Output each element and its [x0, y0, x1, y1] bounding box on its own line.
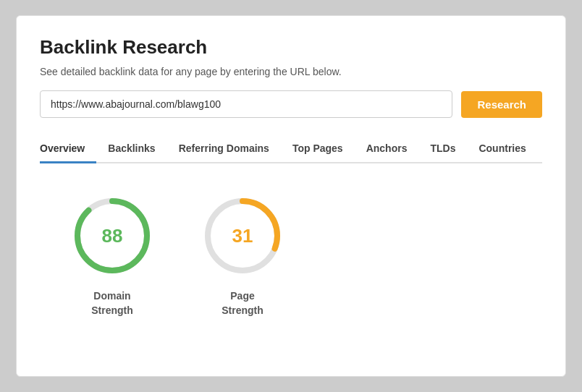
tab-overview[interactable]: Overview	[40, 135, 96, 163]
research-button[interactable]: Research	[461, 91, 542, 118]
page-strength-value: 31	[232, 225, 253, 247]
domain-strength-circle: 88	[69, 192, 156, 279]
metric-page-strength: 31 PageStrength	[199, 192, 286, 318]
metric-domain-strength: 88 DomainStrength	[69, 192, 156, 318]
metrics-row: 88 DomainStrength 31 PageStrength	[40, 192, 542, 318]
tab-countries[interactable]: Countries	[467, 135, 537, 163]
page-strength-circle: 31	[199, 192, 286, 279]
tabs-nav: OverviewBacklinksReferring DomainsTop Pa…	[40, 135, 542, 163]
tab-tlds[interactable]: TLDs	[418, 135, 467, 163]
tab-anchors[interactable]: Anchors	[355, 135, 419, 163]
tab-backlinks[interactable]: Backlinks	[96, 135, 166, 163]
tab-referring-domains[interactable]: Referring Domains	[167, 135, 281, 163]
tab-top-pages[interactable]: Top Pages	[281, 135, 355, 163]
page-title: Backlink Research	[40, 36, 542, 59]
subtitle: See detailed backlink data for any page …	[40, 66, 542, 77]
domain-strength-value: 88	[102, 225, 123, 247]
page-strength-label: PageStrength	[222, 289, 263, 318]
url-input[interactable]	[40, 90, 452, 118]
search-row: Research	[40, 90, 542, 118]
main-card: Backlink Research See detailed backlink …	[16, 15, 566, 377]
domain-strength-label: DomainStrength	[91, 289, 133, 318]
